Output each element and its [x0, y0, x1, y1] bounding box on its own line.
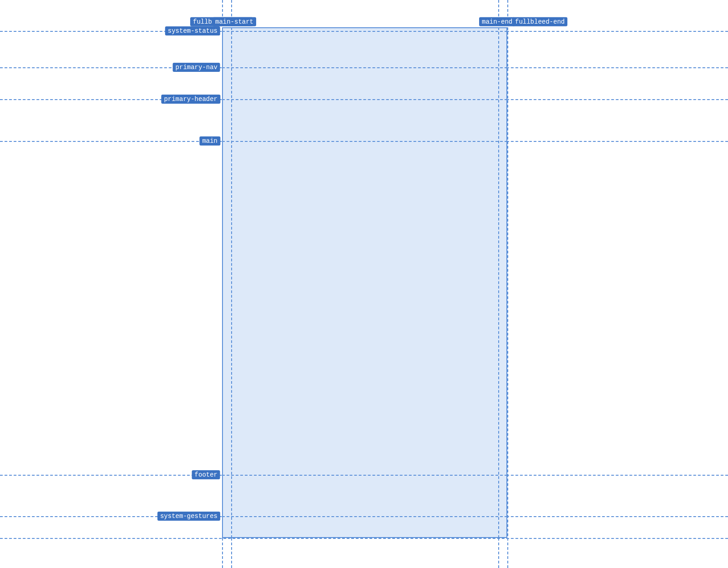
label-footer: footer [192, 470, 220, 479]
label-fullbleed-end: fullbleed-end [512, 17, 567, 26]
row-line-primary-header-overlay [222, 99, 507, 100]
row-line-primary-nav-overlay [222, 67, 507, 68]
grid-diagram: fullbleed-start main-start main-end full… [0, 0, 728, 568]
row-line-main-overlay [222, 141, 507, 142]
label-system-gestures: system-gestures [157, 512, 220, 521]
label-primary-nav: primary-nav [173, 63, 220, 72]
label-main: main [199, 136, 220, 146]
row-line-system-status-overlay [222, 31, 507, 32]
col-line-main-start-overlay [231, 27, 232, 538]
label-primary-header: primary-header [161, 95, 220, 104]
label-main-end: main-end [479, 17, 515, 26]
col-line-main-end-overlay [498, 27, 499, 538]
row-line-bottom [0, 538, 728, 539]
col-line-fullbleed-end [507, 0, 508, 568]
label-system-status: system-status [165, 26, 220, 35]
grid-area-highlight [222, 27, 507, 538]
row-line-system-gestures-overlay [222, 516, 507, 517]
label-main-start: main-start [212, 17, 256, 26]
row-line-footer-overlay [222, 475, 507, 476]
